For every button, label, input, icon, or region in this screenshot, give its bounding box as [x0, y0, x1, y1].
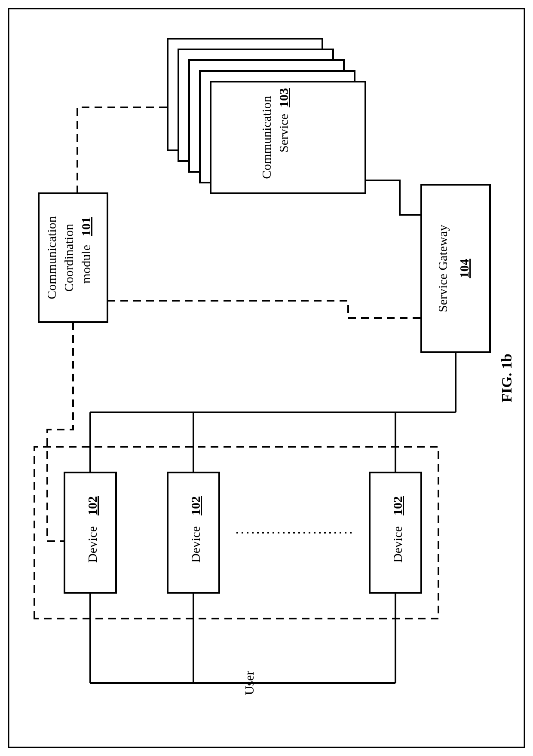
dashed-coord-to-service: [77, 107, 168, 193]
link-service-to-gateway: [365, 180, 421, 215]
svg-rect-9: [421, 185, 490, 352]
coord-module-line3: module: [79, 245, 93, 284]
device-2-ref: 102: [188, 496, 202, 515]
device-n-ref: 102: [390, 496, 404, 515]
diagram-canvas: User Device 102 Device 102: [0, 0, 533, 756]
comm-service-line1: Communication: [259, 96, 273, 179]
device-1-label: Device: [85, 526, 99, 563]
device-box-2: Device 102: [168, 472, 219, 593]
gateway-box: Service Gateway 104: [421, 185, 490, 352]
coord-module-line1: Communication: [44, 216, 58, 299]
device-box-n: Device 102: [370, 472, 421, 593]
figure-label: FIG. 1b: [499, 354, 515, 402]
device-box-1: Device 102: [64, 472, 116, 593]
coord-module-line2: Coordination: [61, 224, 76, 292]
comm-service-ref: 103: [276, 88, 291, 107]
device-1-ref: 102: [85, 496, 99, 515]
gateway-label: Service Gateway: [435, 225, 450, 312]
device-n-label: Device: [390, 526, 404, 563]
device-2-label: Device: [188, 526, 202, 563]
coord-module-ref: 101: [79, 217, 93, 236]
coord-module-box: Communication Coordination module 101: [39, 193, 107, 322]
comm-service-stack: Communication Service 103: [168, 39, 365, 193]
dashed-coord-to-gateway: [107, 301, 421, 318]
gateway-ref: 104: [457, 259, 471, 278]
comm-service-line2: Service: [276, 114, 291, 152]
